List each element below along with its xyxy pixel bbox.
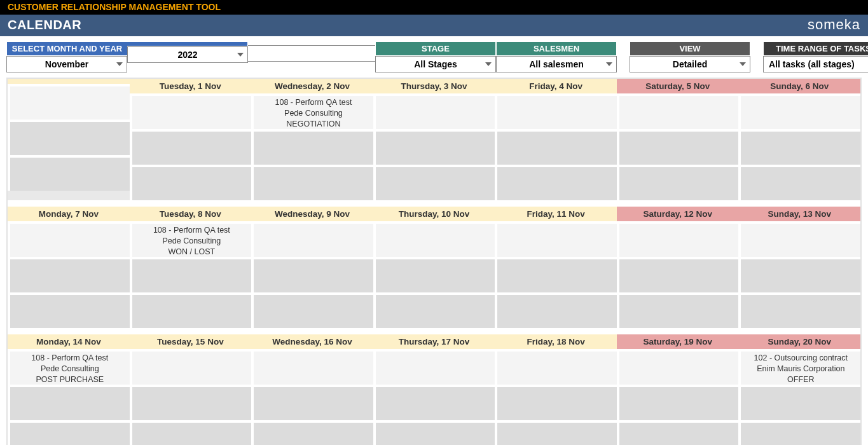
day-header: Saturday, 5 Nov: [617, 79, 739, 93]
task-slot[interactable]: [251, 420, 373, 445]
task-slot[interactable]: [495, 349, 617, 385]
task-slot[interactable]: [495, 420, 617, 445]
task-slot[interactable]: [373, 221, 495, 257]
day-cell: Sunday, 13 Nov: [738, 207, 860, 328]
task-slot[interactable]: [130, 385, 252, 420]
day-cell: Monday, 7 Nov: [8, 207, 130, 328]
task-slot[interactable]: [8, 292, 130, 328]
week-row: Tuesday, 1 NovWednesday, 2 Nov108 - Perf…: [8, 79, 860, 200]
task-slot[interactable]: [130, 257, 252, 292]
day-cell: Friday, 4 Nov: [495, 79, 617, 200]
salesmen-select[interactable]: All salesmen: [496, 56, 617, 72]
task-slot[interactable]: [495, 292, 617, 328]
year-select[interactable]: 2022: [127, 46, 248, 63]
task-slot[interactable]: [251, 221, 373, 257]
day-header: Thursday, 17 Nov: [373, 334, 495, 349]
task-slot[interactable]: 108 - Perform QA testPede ConsultingPOST…: [8, 349, 130, 385]
task-slot[interactable]: [130, 93, 252, 129]
task-slot[interactable]: [373, 165, 495, 200]
task-slot[interactable]: 102 - Outsourcing contractEnim Mauris Co…: [738, 349, 860, 385]
task-slot[interactable]: [617, 420, 739, 445]
task-slot[interactable]: [373, 93, 495, 129]
task-slot[interactable]: [8, 420, 130, 445]
range-select[interactable]: All tasks (all stages): [763, 56, 868, 72]
app-title: CUSTOMER RELATIONSHIP MANAGEMENT TOOL: [0, 0, 868, 15]
task-slot[interactable]: [130, 420, 252, 445]
task-slot[interactable]: [617, 129, 739, 165]
day-cell: Monday, 14 Nov108 - Perform QA testPede …: [8, 334, 130, 445]
task-slot[interactable]: [8, 221, 130, 257]
task-slot[interactable]: [8, 257, 130, 292]
task-slot[interactable]: [130, 165, 252, 200]
month-select[interactable]: November: [6, 56, 127, 72]
task-slot[interactable]: [373, 349, 495, 385]
task-slot[interactable]: [373, 385, 495, 420]
day-cell: Saturday, 5 Nov: [617, 79, 739, 200]
task-slot[interactable]: [738, 385, 860, 420]
task-slot[interactable]: [251, 257, 373, 292]
day-cell: Wednesday, 9 Nov: [251, 207, 373, 328]
controls-row: SELECT MONTH AND YEAR November 2022 STAG…: [6, 41, 862, 72]
chevron-down-icon: [485, 62, 492, 66]
stage-header: STAGE: [375, 41, 496, 56]
task-slot[interactable]: [495, 93, 617, 129]
chevron-down-icon: [606, 62, 612, 66]
week-row: Monday, 14 Nov108 - Perform QA testPede …: [8, 334, 860, 445]
chevron-down-icon: [740, 62, 746, 66]
day-header: Tuesday, 1 Nov: [130, 79, 252, 93]
task-slot[interactable]: [738, 93, 860, 129]
day-header: Friday, 11 Nov: [495, 207, 617, 221]
task-slot[interactable]: [738, 221, 860, 257]
year-value: 2022: [177, 50, 197, 60]
day-header: Thursday, 3 Nov: [373, 79, 495, 93]
view-header: VIEW: [630, 41, 750, 56]
day-header: Tuesday, 8 Nov: [130, 207, 252, 221]
task-slot[interactable]: [373, 129, 495, 165]
view-select[interactable]: Detailed: [630, 56, 750, 72]
task-slot[interactable]: [373, 420, 495, 445]
blank-cell: [248, 45, 375, 62]
task-slot[interactable]: [495, 165, 617, 200]
task-slot[interactable]: [251, 385, 373, 420]
task-slot[interactable]: [617, 165, 739, 200]
day-cell: Wednesday, 16 Nov: [251, 334, 373, 445]
task-slot[interactable]: [495, 221, 617, 257]
sub-header-bar: CALENDAR someka: [0, 15, 868, 36]
task-slot[interactable]: [738, 257, 860, 292]
task-slot[interactable]: [738, 165, 860, 200]
task-slot[interactable]: [373, 257, 495, 292]
task-slot[interactable]: [617, 257, 739, 292]
task-slot[interactable]: [130, 292, 252, 328]
task-slot[interactable]: [130, 349, 252, 385]
task-slot[interactable]: [373, 292, 495, 328]
stage-select[interactable]: All Stages: [375, 56, 496, 72]
spacer: [617, 41, 630, 72]
day-header: Saturday, 19 Nov: [617, 334, 739, 349]
task-slot[interactable]: [617, 385, 739, 420]
task-slot[interactable]: [8, 385, 130, 420]
task-slot[interactable]: [617, 292, 739, 328]
task-slot[interactable]: [8, 120, 130, 155]
task-slot[interactable]: [130, 129, 252, 165]
task-slot[interactable]: [738, 420, 860, 445]
task-slot[interactable]: [617, 93, 739, 129]
day-cell: Sunday, 6 Nov: [738, 79, 860, 200]
task-slot[interactable]: [251, 165, 373, 200]
month-year-header: SELECT MONTH AND YEAR: [6, 41, 127, 56]
task-slot[interactable]: [738, 129, 860, 165]
day-header: Friday, 18 Nov: [495, 334, 617, 349]
day-cell: Tuesday, 15 Nov: [130, 334, 252, 445]
task-slot[interactable]: [617, 349, 739, 385]
task-slot[interactable]: [617, 221, 739, 257]
task-slot[interactable]: [251, 292, 373, 328]
task-slot[interactable]: [8, 84, 130, 120]
task-slot[interactable]: [251, 349, 373, 385]
task-slot[interactable]: 108 - Perform QA testPede ConsultingWON …: [130, 221, 252, 257]
task-slot[interactable]: [8, 155, 130, 191]
task-slot[interactable]: [738, 292, 860, 328]
task-slot[interactable]: 108 - Perform QA testPede ConsultingNEGO…: [251, 93, 373, 129]
task-slot[interactable]: [251, 129, 373, 165]
task-slot[interactable]: [495, 385, 617, 420]
task-slot[interactable]: [495, 129, 617, 165]
task-slot[interactable]: [495, 257, 617, 292]
